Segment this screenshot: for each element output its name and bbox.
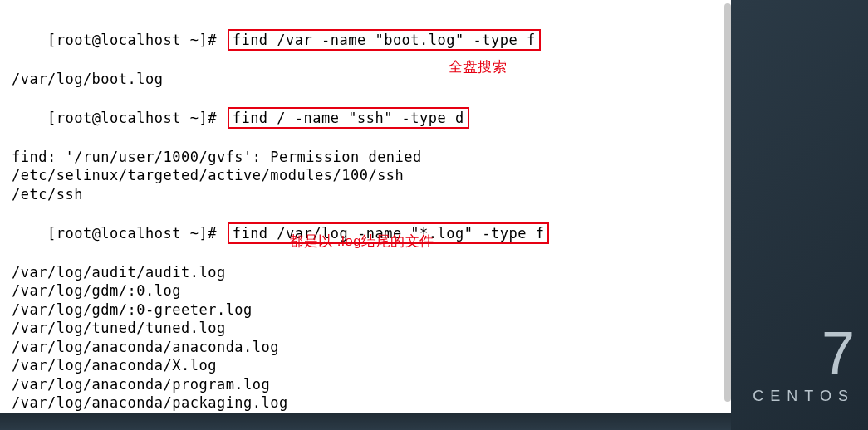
centos-label: CENTOS [753, 388, 855, 405]
terminal-output-line: /var/log/anaconda/program.log [12, 375, 719, 394]
annotation-log-suffix: 都是以 .log结尾的文件 [289, 232, 434, 252]
centos-branding: 7 CENTOS [753, 323, 855, 405]
window-shadow [0, 413, 731, 430]
desktop-background: 7 CENTOS [731, 0, 868, 430]
terminal-window[interactable]: [root@localhost ~]# find /var -name "boo… [0, 0, 731, 413]
terminal-line: [root@localhost ~]# find / -name "ssh" -… [12, 88, 719, 148]
annotation-fulldisk-search: 全盘搜索 [449, 58, 507, 77]
terminal-output-line: /var/log/gdm/:0-greeter.log [12, 301, 719, 320]
command-text: find / -name "ssh" -type d [233, 110, 464, 126]
terminal-output-line: /var/log/gdm/:0.log [12, 281, 719, 301]
shell-prompt: [root@localhost ~]# [47, 32, 226, 48]
shell-prompt: [root@localhost ~]# [47, 110, 226, 126]
terminal-output-line: /var/log/anaconda/anaconda.log [12, 338, 719, 357]
terminal-output-line: /etc/ssh [12, 185, 719, 204]
terminal-scrollbar[interactable] [724, 3, 731, 410]
shell-prompt: [root@localhost ~]# [47, 225, 226, 242]
terminal-output-line: /var/log/tuned/tuned.log [12, 319, 719, 338]
terminal-output-line: /var/log/boot.log [12, 70, 719, 89]
terminal-output-line: /etc/selinux/targeted/active/modules/100… [12, 166, 719, 185]
command-highlight-box: find /var -name "boot.log" -type f [228, 29, 541, 51]
terminal-output-line: find: '/run/user/1000/gvfs': Permission … [12, 148, 719, 167]
command-highlight-box: find / -name "ssh" -type d [228, 107, 469, 129]
terminal-line: [root@localhost ~]# find /var -name "boo… [12, 10, 719, 70]
terminal-output-line: /var/log/anaconda/X.log [12, 356, 719, 375]
scrollbar-thumb[interactable] [724, 3, 731, 402]
terminal-output-line: /var/log/audit/audit.log [12, 263, 719, 282]
centos-version: 7 [753, 323, 855, 383]
command-text: find /var -name "boot.log" -type f [233, 32, 536, 48]
terminal-output-line: /var/log/anaconda/packaging.log [12, 393, 719, 413]
